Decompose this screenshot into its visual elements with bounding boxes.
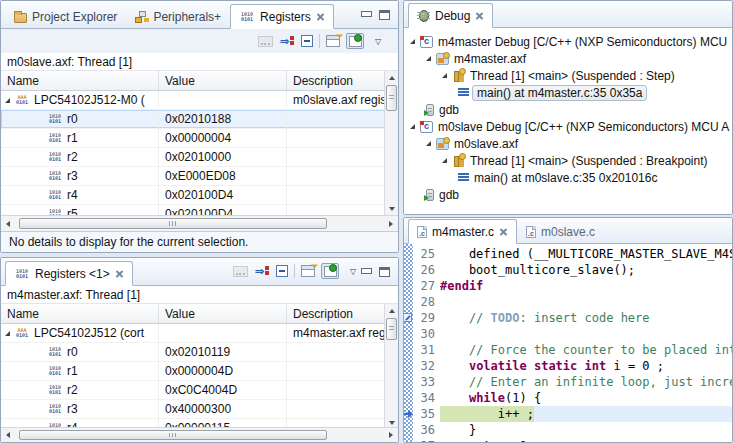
code-line[interactable]: 25 defined (__MULTICORE_MASTER_SLAVE_M4S… [404,246,732,262]
line-number[interactable]: 26 [413,263,440,277]
debug-tree-row[interactable]: Thread [1] <main> (Suspended : Step) [404,67,732,84]
expand-arrow-icon[interactable] [5,331,10,336]
collapse-all-icon[interactable] [276,265,288,277]
register-row[interactable]: r40x020100D4 [1,186,398,205]
scroll-right-button[interactable] [384,216,398,231]
register-row[interactable]: r50x020100D4 [1,205,398,215]
tab-registers[interactable]: Registers [230,4,334,29]
code-line[interactable]: 31 // Force the counter to be placed int… [404,342,732,358]
register-row[interactable]: r10x0000004D [1,362,398,381]
vertical-scrollbar[interactable] [384,71,398,215]
line-number[interactable]: 29 [413,311,440,325]
debug-tree-row[interactable]: main() at m4master.c:35 0x35a [404,84,732,101]
code-line[interactable]: 33 // Enter an infinite loop, just incre… [404,374,732,390]
register-row[interactable]: r20xC0C4004D [1,381,398,400]
line-number[interactable]: 34 [413,391,440,405]
line-number[interactable]: 25 [413,247,440,261]
code-line[interactable]: 26 boot_multicore_slave(); [404,262,732,278]
register-row[interactable]: r30xE000ED08 [1,167,398,186]
code-line[interactable]: 28 [404,294,732,310]
minimize-icon[interactable] [361,268,372,277]
format-disabled-icon[interactable] [233,266,248,277]
line-number[interactable]: 30 [413,327,440,341]
close-icon[interactable] [475,11,484,20]
debug-tree-row[interactable]: main() at m0slave.c:35 0x201016c [404,169,732,186]
close-icon[interactable] [316,12,325,21]
register-row[interactable]: r30x40000300 [1,400,398,419]
scroll-left-button[interactable] [1,428,15,442]
register-row[interactable]: r10x00000004 [1,129,398,148]
debug-tree-row[interactable]: gdb [404,101,732,118]
scroll-down-button[interactable] [385,202,398,215]
expand-arrow-icon[interactable] [442,158,447,163]
open-new-view-icon[interactable] [301,265,315,277]
line-number[interactable]: 28 [413,295,440,309]
code-line[interactable]: 27#endif [404,278,732,294]
register-row[interactable]: r00x02010188 [1,110,398,129]
vertical-scrollbar[interactable] [384,304,398,429]
format-disabled-icon[interactable] [258,36,273,47]
register-group-row[interactable]: LPC54102J512 (cortm4master.axf reg [1,324,398,343]
code-line[interactable]: 29 // TODO: insert code here [404,310,732,326]
maximize-icon[interactable] [379,10,390,20]
expand-arrow-icon[interactable] [410,124,415,129]
expand-arrow-icon[interactable] [410,39,415,44]
expand-arrow-icon[interactable] [5,98,10,103]
scrollbar-thumb[interactable] [386,85,397,111]
debug-tree-row[interactable]: m0slave Debug [C/C++ (NXP Semiconductors… [404,118,732,135]
maximize-icon[interactable] [379,267,390,277]
scroll-up-button[interactable] [385,304,398,317]
tab-m4master-c[interactable]: m4master.c [408,219,517,244]
register-row[interactable]: r40x00000115 [1,419,398,427]
line-number[interactable]: 36 [413,423,440,437]
scroll-right-button[interactable] [384,428,398,442]
scrollbar-thumb[interactable] [19,430,327,440]
debug-tree-row[interactable]: m0slave.axf [404,135,732,152]
collapse-all-icon[interactable] [301,35,313,47]
code-line[interactable]: 36 } [404,422,732,438]
column-header-description[interactable]: Description [287,71,398,90]
line-number[interactable]: 31 [413,343,440,357]
close-icon[interactable] [115,269,124,278]
link-with-debug-icon[interactable] [279,34,295,48]
code-line[interactable]: 35 i++ ; [404,406,732,422]
tab-project-explorer[interactable]: Project Explorer [5,4,126,29]
tab-registers-1[interactable]: Registers <1> [5,261,133,286]
link-with-debug-icon[interactable] [254,264,270,278]
task-marker-icon[interactable] [404,313,412,322]
scroll-left-button[interactable] [1,216,15,231]
code-line[interactable]: 34 while(1) { [404,390,732,406]
register-row[interactable]: r20x02010000 [1,148,398,167]
debug-tree-row[interactable]: m4master Debug [C/C++ (NXP Semiconductor… [404,33,732,50]
column-header-value[interactable]: Value [159,304,287,323]
debug-tree-row[interactable]: m4master.axf [404,50,732,67]
code-editor[interactable]: 25 defined (__MULTICORE_MASTER_SLAVE_M4S… [404,244,732,442]
column-header-name[interactable]: Name [1,71,159,90]
tab-m0slave-c[interactable]: m0slave.c [517,219,604,244]
expand-arrow-icon[interactable] [426,141,431,146]
line-number[interactable]: 33 [413,375,440,389]
tab-debug[interactable]: Debug [408,3,493,28]
column-header-description[interactable]: Description [287,304,398,323]
view-menu-icon[interactable] [345,264,361,278]
scroll-up-button[interactable] [385,71,398,84]
open-new-view-icon[interactable] [326,35,340,47]
code-line[interactable]: 32 volatile static int i = 0 ; [404,358,732,374]
column-header-value[interactable]: Value [159,71,287,90]
close-icon[interactable] [499,227,508,236]
scrollbar-thumb[interactable] [19,218,327,229]
expand-arrow-icon[interactable] [442,73,447,78]
line-number[interactable]: 35 [413,407,440,421]
debug-tree-row[interactable]: Thread [1] <main> (Suspended : Breakpoin… [404,152,732,169]
horizontal-scrollbar[interactable] [1,215,398,231]
pin-view-icon[interactable] [321,263,339,279]
tab-peripherals[interactable]: Peripherals+ [126,4,230,29]
line-number[interactable]: 27 [413,279,440,293]
minimize-icon[interactable] [361,11,372,20]
view-menu-icon[interactable] [370,34,386,48]
register-row[interactable]: r00x02010119 [1,343,398,362]
line-number[interactable]: 37 [413,439,440,442]
code-line[interactable]: 37 return 0 ; [404,438,732,442]
expand-arrow-icon[interactable] [426,56,431,61]
debug-tree-row[interactable]: gdb [404,186,732,203]
